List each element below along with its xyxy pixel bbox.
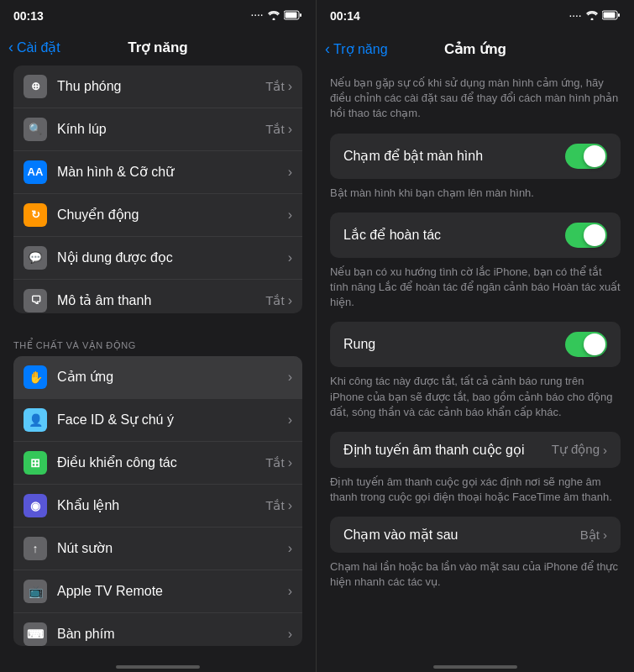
setting-item[interactable]: Định tuyến âm thanh cuộc gọi Tự động ›	[330, 432, 621, 468]
item-icon: ◉	[24, 494, 47, 517]
item-label: Khẩu lệnh	[57, 497, 119, 513]
right-home-indicator	[433, 665, 517, 669]
left-status-icons: ····	[251, 9, 302, 23]
item-right: ›	[288, 165, 292, 180]
item-icon: 🔍	[24, 118, 47, 141]
item-icon: 🗨	[24, 289, 47, 312]
list-item[interactable]: 🔍 Kính lúp Tắt ›	[13, 108, 302, 151]
right-scroll-content: Nếu bạn gặp sự cố khi sử dụng màn hình c…	[317, 67, 634, 655]
item-label: Nội dung được đọc	[57, 249, 173, 265]
right-wifi-icon	[586, 9, 598, 23]
setting-block: Chạm để bật màn hình Bật màn hình khi bạ…	[317, 134, 634, 213]
item-label: Điều khiển công tác	[57, 454, 177, 470]
chevron-right-icon: ›	[603, 528, 607, 542]
item-right: ›	[288, 412, 292, 428]
item-content: Kính lúp Tắt ›	[57, 122, 292, 137]
item-right: Tắt ›	[265, 293, 292, 308]
item-icon: AA	[24, 160, 47, 184]
setting-value: Tự động ›	[552, 442, 607, 457]
right-bottom-indicator	[317, 655, 634, 672]
setting-item[interactable]: Lắc để hoàn tác	[330, 213, 621, 258]
setting-description: Nếu bạn có xu hướng tình cờ lắc iPhone, …	[317, 261, 634, 323]
toggle-switch[interactable]	[565, 223, 607, 248]
item-right: Tắt ›	[265, 455, 292, 470]
setting-item[interactable]: Rung	[330, 322, 621, 367]
setting-label: Rung	[343, 337, 375, 352]
setting-row: Định tuyến âm thanh cuộc gọi Tự động ›	[330, 432, 621, 468]
item-right: Tắt ›	[265, 79, 292, 94]
setting-description: Khi công tác này được tắt, tất cả cảnh b…	[317, 370, 634, 432]
list-item[interactable]: ⊕ Thu phóng Tắt ›	[13, 66, 302, 108]
setting-row: Chạm để bật màn hình	[330, 134, 621, 179]
setting-row: Lắc để hoàn tác	[330, 213, 621, 258]
list-item[interactable]: ⊞ Điều khiển công tác Tắt ›	[13, 442, 302, 485]
list-item[interactable]: ◉ Khẩu lệnh Tắt ›	[13, 485, 302, 528]
setting-label: Định tuyến âm thanh cuộc gọi	[343, 442, 524, 458]
chevron-right-icon: ›	[288, 79, 292, 94]
item-label: Nút sườn	[57, 540, 113, 556]
item-content: Bàn phím ›	[57, 627, 292, 642]
right-back-button[interactable]: ‹ Trợ năng	[325, 40, 388, 58]
item-content: Màn hình & Cỡ chữ ›	[57, 164, 292, 180]
item-content: Chuyển động ›	[57, 207, 292, 223]
setting-block: Chạm vào mặt sau Bật › Chạm hai lần hoặc…	[317, 517, 634, 601]
item-value: Tắt	[265, 498, 284, 513]
list-item[interactable]: 🗨 Mô tả âm thanh Tắt ›	[13, 280, 302, 313]
chevron-right-icon: ›	[288, 165, 292, 180]
toggle-knob	[584, 145, 605, 167]
setting-row: Rung	[330, 322, 621, 367]
svg-rect-1	[286, 12, 297, 18]
left-battery-icon	[284, 9, 302, 23]
left-bottom-indicator	[0, 656, 316, 672]
left-panel: 00:13 ···· ‹ Cài đặt	[0, 0, 317, 672]
item-content: Thu phóng Tắt ›	[57, 79, 292, 94]
toggle-switch[interactable]	[565, 144, 607, 169]
item-right: ›	[288, 627, 292, 642]
item-value: Tắt	[265, 293, 284, 308]
chevron-right-icon: ›	[288, 627, 292, 642]
left-home-indicator	[116, 665, 200, 669]
item-content: Điều khiển công tác Tắt ›	[57, 454, 292, 470]
item-label: Face ID & Sự chú ý	[57, 412, 174, 428]
list-item[interactable]: ✋ Cảm ứng ›	[13, 356, 302, 399]
item-icon: ⊞	[24, 451, 47, 475]
section-header-physical: THỂ CHẤT VÀ VẬN ĐỘNG	[0, 323, 316, 356]
setting-item[interactable]: Chạm để bật màn hình	[330, 134, 621, 179]
chevron-right-icon: ›	[288, 250, 292, 265]
left-nav-title: Trợ năng	[128, 39, 187, 56]
setting-label: Chạm vào mặt sau	[343, 527, 458, 543]
item-right: ›	[288, 584, 292, 599]
list-item[interactable]: 💬 Nội dung được đọc ›	[13, 237, 302, 280]
list-item[interactable]: 👤 Face ID & Sự chú ý ›	[13, 399, 302, 442]
setting-description: Bật màn hình khi bạn chạm lên màn hình.	[317, 182, 634, 213]
setting-item[interactable]: Chạm vào mặt sau Bật ›	[330, 517, 621, 553]
right-signal-icon: ····	[569, 12, 582, 21]
item-right: ›	[288, 207, 292, 223]
item-icon: ⌨	[24, 622, 47, 646]
item-label: Chuyển động	[57, 207, 139, 223]
item-label: Bàn phím	[57, 627, 114, 642]
list-item[interactable]: AA Màn hình & Cỡ chữ ›	[13, 151, 302, 194]
list-item[interactable]: ↑ Nút sườn ›	[13, 528, 302, 570]
svg-rect-5	[618, 13, 620, 17]
setting-description: Định tuyến âm thanh cuộc gọi xác định nơ…	[317, 471, 634, 517]
setting-block: Định tuyến âm thanh cuộc gọi Tự động › Đ…	[317, 432, 634, 517]
toggle-switch[interactable]	[565, 332, 607, 357]
setting-block: Rung Khi công tác này được tắt, tất cả c…	[317, 322, 634, 432]
right-status-icons: ····	[569, 9, 621, 23]
toggle-knob	[584, 333, 605, 355]
left-back-label: Cài đặt	[17, 39, 60, 55]
item-content: Mô tả âm thanh Tắt ›	[57, 292, 292, 308]
back-chevron-icon: ‹	[8, 39, 13, 56]
left-back-button[interactable]: ‹ Cài đặt	[8, 39, 60, 56]
svg-rect-2	[300, 13, 301, 17]
chevron-right-icon: ›	[288, 455, 292, 470]
list-item[interactable]: 📺 Apple TV Remote ›	[13, 570, 302, 613]
list-item[interactable]: ⌨ Bàn phím ›	[13, 613, 302, 646]
item-right: ›	[288, 250, 292, 265]
item-content: Face ID & Sự chú ý ›	[57, 412, 292, 428]
item-label: Mô tả âm thanh	[57, 292, 151, 308]
list-item[interactable]: ↻ Chuyển động ›	[13, 194, 302, 237]
item-right: Tắt ›	[265, 122, 292, 137]
item-icon: 👤	[24, 408, 47, 432]
